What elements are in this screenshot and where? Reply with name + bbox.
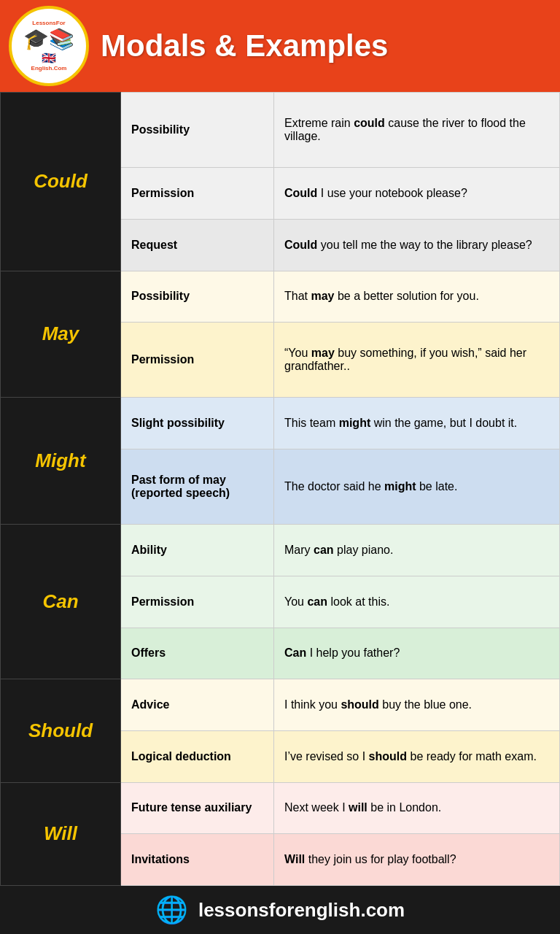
footer: 🌐 lessonsforenglish.com: [0, 886, 560, 934]
example-text: The doctor said he might be late.: [274, 449, 560, 525]
table-row: MightSlight possibilityThis team might w…: [1, 398, 560, 449]
main-content: CouldPossibilityExtreme rain could cause…: [0, 92, 560, 886]
usage-label: Permission: [121, 576, 274, 628]
usage-label: Ability: [121, 525, 274, 576]
usage-label: Request: [121, 219, 274, 271]
modal-label: Might: [1, 398, 121, 525]
page-title: Modals & Examples: [101, 28, 388, 63]
modal-label: May: [1, 271, 121, 398]
example-text: Could you tell me the way to the library…: [274, 219, 560, 271]
example-text: Extreme rain could cause the river to fl…: [274, 93, 560, 168]
logo-books-icon: 🎓📚: [23, 27, 74, 52]
footer-url: lessonsforenglish.com: [198, 899, 405, 922]
example-text: This team might win the game, but I doub…: [274, 398, 560, 449]
table-row: WillFuture tense auxiliaryNext week I wi…: [1, 782, 560, 834]
logo-arc-bottom: English.Com: [23, 65, 74, 72]
table-row: MayPossibilityThat may be a better solut…: [1, 271, 560, 323]
usage-label: Advice: [121, 679, 274, 731]
example-text: Next week I will be in London.: [274, 782, 560, 834]
example-text: Can I help you father?: [274, 628, 560, 679]
table-row: CanAbilityMary can play piano.: [1, 525, 560, 576]
usage-label: Invitations: [121, 834, 274, 886]
usage-label: Slight possibility: [121, 398, 274, 449]
example-text: Will they join us for play football?: [274, 834, 560, 886]
modal-label: Should: [1, 679, 121, 782]
logo-inner: LessonsFor 🎓📚 🇬🇧 English.Com: [20, 17, 77, 75]
example-text: I think you should buy the blue one.: [274, 679, 560, 731]
modals-table: CouldPossibilityExtreme rain could cause…: [0, 92, 560, 886]
usage-label: Future tense auxiliary: [121, 782, 274, 834]
logo-flag-icon: 🇬🇧: [23, 51, 74, 65]
logo: LessonsFor 🎓📚 🇬🇧 English.Com: [9, 6, 89, 86]
modal-label: Can: [1, 525, 121, 679]
example-text: “You may buy something, if you wish,” sa…: [274, 323, 560, 398]
table-row: CouldPossibilityExtreme rain could cause…: [1, 93, 560, 168]
usage-label: Possibility: [121, 271, 274, 323]
modal-label: Will: [1, 782, 121, 885]
example-text: That may be a better solution for you.: [274, 271, 560, 323]
header: LessonsFor 🎓📚 🇬🇧 English.Com Modals & Ex…: [0, 0, 560, 92]
example-text: Mary can play piano.: [274, 525, 560, 576]
table-row: ShouldAdviceI think you should buy the b…: [1, 679, 560, 731]
usage-label: Logical deduction: [121, 730, 274, 782]
example-text: Could I use your notebook please?: [274, 168, 560, 220]
usage-label: Offers: [121, 628, 274, 679]
logo-arc-top: LessonsFor: [23, 20, 74, 27]
example-text: You can look at this.: [274, 576, 560, 628]
globe-icon: 🌐: [155, 895, 188, 925]
usage-label: Possibility: [121, 93, 274, 168]
usage-label: Past form of may (reported speech): [121, 449, 274, 525]
usage-label: Permission: [121, 168, 274, 220]
modal-label: Could: [1, 93, 121, 271]
usage-label: Permission: [121, 323, 274, 398]
example-text: I’ve revised so I should be ready for ma…: [274, 730, 560, 782]
